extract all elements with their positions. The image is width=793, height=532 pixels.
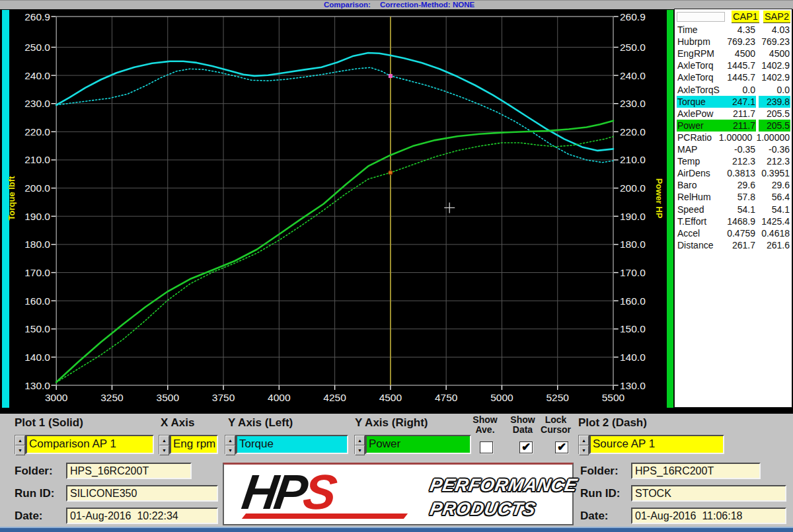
x-tick-label: 3250 xyxy=(100,392,124,403)
taskbar-edge xyxy=(0,527,793,532)
runid-field-left[interactable]: SILICONE350 xyxy=(66,485,218,502)
y-right-tick-label: 150.0 xyxy=(620,323,646,334)
table-row: Temp212.3212.3 xyxy=(677,155,790,167)
date-label-right: Date: xyxy=(580,510,609,523)
y-left-tick-label: 240.0 xyxy=(24,70,50,81)
y-left-tick-label: 170.0 xyxy=(24,267,50,278)
y-right-tick-label: 200.0 xyxy=(620,182,646,194)
y-right-tick-label: 250.0 xyxy=(620,42,646,53)
runid-label-left: Run ID: xyxy=(15,487,54,500)
folder-label-left: Folder: xyxy=(15,465,53,478)
column-header: CAP1 xyxy=(732,11,759,23)
folder-field-left[interactable]: HPS_16RC200T xyxy=(66,463,192,479)
date-field-left[interactable]: 01-Aug-2016 10:22:34 xyxy=(66,508,218,524)
column-header: SAP2 xyxy=(763,11,790,23)
table-row: EngRPM45004500 xyxy=(677,48,790,59)
plot2-spinner[interactable]: ▲▼ xyxy=(578,435,589,454)
lock-cursor-label: LockCursor xyxy=(537,415,575,435)
down-arrow-icon: ▼ xyxy=(15,445,25,455)
table-row: RelHum57.856.4 xyxy=(677,191,790,203)
y-left-tick-label: 260.9 xyxy=(24,11,50,22)
table-row: AirDens0.38130.3951 xyxy=(677,167,790,179)
table-row: Distance261.7261.6 xyxy=(677,239,790,251)
table-row: AxlePow211.7205.5 xyxy=(677,108,790,120)
x-tick-label: 5000 xyxy=(490,392,513,403)
x-tick-label: 5500 xyxy=(602,392,625,403)
y-right-tick-label: 170.0 xyxy=(620,267,646,278)
x-tick-label: 4750 xyxy=(435,392,458,403)
y-right-tick-label: 180.0 xyxy=(620,239,646,250)
show-ave-label: ShowAve. xyxy=(467,415,504,435)
plot1-label: Plot 1 (Solid) xyxy=(15,416,83,430)
data-table: CAP1SAP2Time4.354.03Hubrpm769.23769.23En… xyxy=(677,11,790,251)
table-row: Hubrpm769.23769.23 xyxy=(677,36,790,48)
yleft-label: Y Axis (Left) xyxy=(228,416,293,430)
xaxis-label: X Axis xyxy=(161,416,194,430)
down-arrow-icon: ▼ xyxy=(225,445,235,455)
y-left-axis-title: Torque lbft xyxy=(7,176,17,221)
yleft-select[interactable]: Torque xyxy=(236,435,348,454)
table-row: Time4.354.03 xyxy=(677,24,790,36)
table-row: MAP-0.35-0.36 xyxy=(677,143,790,155)
up-arrow-icon: ▲ xyxy=(225,436,235,445)
show-ave-checkbox[interactable] xyxy=(480,441,493,453)
y-right-tick-label: 130.0 xyxy=(620,380,646,391)
comparison-label: Comparison: xyxy=(324,1,371,9)
runid-label-right: Run ID: xyxy=(580,487,620,500)
x-tick-label: 4000 xyxy=(268,392,291,403)
folder-label-right: Folder: xyxy=(580,465,619,478)
y-left-tick-label: 230.0 xyxy=(24,98,50,109)
cursor-marker xyxy=(389,74,393,78)
xaxis-spinner[interactable]: ▲▼ xyxy=(159,435,170,454)
hps-logo: HPS PERFORMANCE PRODUCTS xyxy=(223,463,574,525)
table-row: Baro29.629.6 xyxy=(677,179,790,191)
yleft-spinner[interactable]: ▲▼ xyxy=(225,435,236,454)
y-left-tick-label: 190.0 xyxy=(24,211,50,222)
table-row: Speed54.154.1 xyxy=(677,204,790,215)
y-right-tick-label: 220.0 xyxy=(620,126,646,137)
plot2-select[interactable]: Source AP 1 xyxy=(589,435,724,454)
xaxis-select[interactable]: Eng rpm xyxy=(170,435,218,454)
y-left-tick-label: 220.0 xyxy=(24,126,50,137)
correction-method-label: Correction-Method: NONE xyxy=(380,1,474,9)
y-left-tick-label: 130.0 xyxy=(24,380,50,391)
up-arrow-icon: ▲ xyxy=(355,436,365,445)
table-row: AxleTorq1445.71402.9 xyxy=(677,71,790,83)
mouse-crosshair-icon xyxy=(444,202,455,213)
up-arrow-icon: ▲ xyxy=(159,436,169,445)
down-arrow-icon: ▼ xyxy=(579,445,589,455)
plot2-label: Plot 2 (Dash) xyxy=(578,416,647,430)
table-row: Power211.7205.5 xyxy=(677,120,790,132)
yright-spinner[interactable]: ▲▼ xyxy=(354,435,365,454)
y-left-tick-label: 140.0 xyxy=(24,352,50,363)
y-right-tick-label: 260.9 xyxy=(620,11,646,22)
runid-field-right[interactable]: STOCK xyxy=(631,485,786,502)
plot1-spinner[interactable]: ▲▼ xyxy=(15,435,26,454)
y-right-axis-title: Power HP xyxy=(654,178,664,219)
table-row: T.Effort1468.91425.4 xyxy=(677,215,790,227)
y-left-tick-label: 210.0 xyxy=(24,154,50,165)
performance-text: PERFORMANCE xyxy=(428,475,579,496)
y-right-tick-label: 160.0 xyxy=(620,295,646,307)
y-left-tick-label: 150.0 xyxy=(24,323,50,334)
show-data-checkbox[interactable]: ✔ xyxy=(519,441,533,453)
up-arrow-icon: ▲ xyxy=(579,436,589,445)
table-row: PCRatio1.000001.00000 xyxy=(677,132,790,143)
date-field-right[interactable]: 01-Aug-2016 11:06:18 xyxy=(631,508,786,524)
down-arrow-icon: ▼ xyxy=(159,445,169,455)
x-tick-label: 3500 xyxy=(157,392,180,403)
y-right-tick-label: 240.0 xyxy=(620,70,646,81)
title-bar: Comparison: Correction-Method: NONE xyxy=(0,0,793,9)
lock-cursor-checkbox[interactable]: ✔ xyxy=(555,441,568,453)
hps-logo-swoosh xyxy=(242,513,408,519)
hps-logo-text: HPS xyxy=(239,465,337,520)
y-right-tick-label: 230.0 xyxy=(620,98,646,109)
y-right-tick-label: 140.0 xyxy=(620,352,646,363)
x-tick-label: 4250 xyxy=(323,392,346,403)
yright-select[interactable]: Power xyxy=(365,435,471,454)
folder-field-right[interactable]: HPS_16RC200T xyxy=(631,463,761,479)
date-label-left: Date: xyxy=(15,510,43,523)
y-left-tick-label: 160.0 xyxy=(24,295,50,307)
plot1-select[interactable]: Comparison AP 1 xyxy=(26,435,154,454)
products-text: PRODUCTS xyxy=(428,499,537,519)
